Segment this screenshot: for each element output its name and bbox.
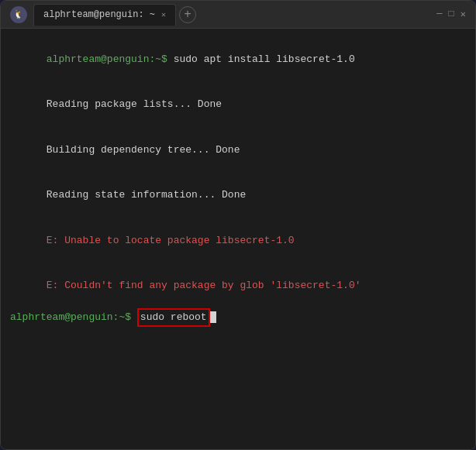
penguin-logo-icon: 🐧 [10,6,27,23]
minimize-button[interactable]: — [436,9,442,20]
terminal-line-1: alphrteam@penguin:~$ sudo apt install li… [10,36,466,82]
titlebar: 🐧 alphrteam@penguin: ~ ✕ + — □ ✕ [1,1,475,29]
prompt-user-1: alphrteam@penguin:~$ [47,53,167,65]
maximize-button[interactable]: □ [449,9,454,20]
active-tab[interactable]: alphrteam@penguin: ~ ✕ [33,4,176,26]
cursor-block [210,311,216,323]
titlebar-controls: 🐧 [10,6,27,23]
terminal-line-2: Reading package lists... Done [10,82,466,128]
terminal-body[interactable]: alphrteam@penguin:~$ sudo apt install li… [1,29,475,449]
current-prompt: alphrteam@penguin:~$ [10,310,131,325]
terminal-line-3: Building dependency tree... Done [10,127,466,173]
tab-close-icon[interactable]: ✕ [161,10,166,19]
command-1: sudo apt install libsecret-1.0 [167,53,355,65]
terminal-line-5: E: Unable to locate package libsecret-1.… [10,218,466,263]
current-command: sudo reboot [137,308,210,327]
terminal-line-4: Reading state information... Done [10,173,466,218]
terminal-line-6: E: Couldn't find any package by glob 'li… [10,263,466,309]
tab-area: alphrteam@penguin: ~ ✕ + [33,4,430,26]
window-controls: — □ ✕ [436,9,466,20]
terminal-current-line: alphrteam@penguin:~$ sudo reboot [10,308,466,327]
terminal-window: 🐧 alphrteam@penguin: ~ ✕ + — □ ✕ alphrte… [0,0,476,450]
close-button[interactable]: ✕ [460,9,466,20]
new-tab-button[interactable]: + [179,6,196,23]
tab-label: alphrteam@penguin: ~ [43,9,155,20]
